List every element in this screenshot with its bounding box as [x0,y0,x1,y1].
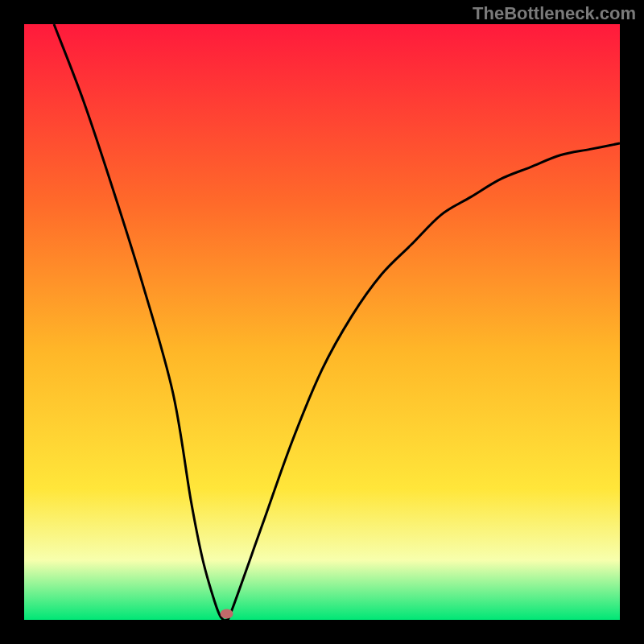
optimum-marker [221,609,233,619]
watermark-text: TheBottleneck.com [473,3,636,24]
chart-frame: TheBottleneck.com [0,0,644,644]
plot-area [24,24,620,620]
gradient-bg [24,24,620,620]
plot-svg [24,24,620,620]
